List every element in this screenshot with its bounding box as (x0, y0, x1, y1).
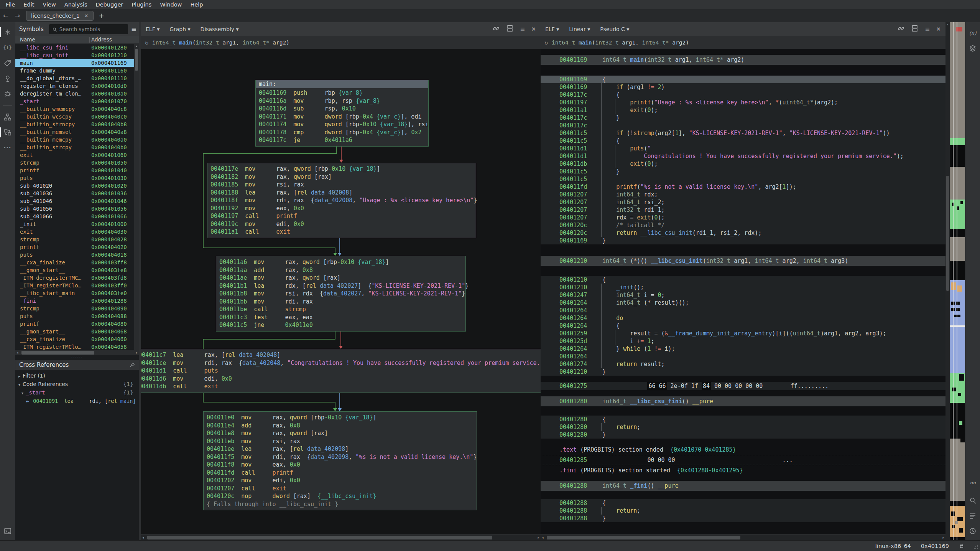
listing-row[interactable]: 0040117c } (541, 114, 945, 122)
disassembly-line[interactable]: 004011b1 lea rdx, [rel data_402027] {"KS… (216, 282, 465, 290)
listing-row[interactable]: 00401207 int64_t rsi_2; (541, 198, 945, 206)
split-view-icon[interactable] (911, 25, 919, 34)
console-icon[interactable] (2, 525, 14, 537)
find-icon[interactable] (967, 494, 979, 506)
disassembly-line[interactable]: 0040117e mov rax, qword [rbp-0x10 {var_1… (207, 165, 476, 173)
scrollbar-thumb[interactable] (547, 536, 740, 539)
pane-menu-icon[interactable]: ≡ (520, 25, 525, 33)
xref-reference-row[interactable]: ⇤00401091 lea rdi, [rel main] (15, 397, 139, 405)
disassembly-line[interactable]: 004011db call exit (141, 383, 541, 391)
listing-row[interactable]: 0040120c return __libc_csu_init(rdi_1, r… (541, 229, 945, 237)
linear-il-dropdown[interactable]: Pseudo C ▾ (600, 26, 629, 32)
debugger-icon[interactable] (2, 87, 14, 100)
symbol-row[interactable]: __cxa_finalize0x000404060 (15, 335, 134, 343)
section-note-row[interactable]: .text (PROGBITS) section ended {0x401070… (541, 445, 945, 455)
pseudo-c-listing[interactable]: 00401169int64_t main(int32_t arg1, int64… (541, 49, 945, 533)
disassembly-line[interactable]: 004011d1 call puts (141, 367, 541, 375)
symbols-options-icon[interactable]: ≡ (131, 25, 136, 33)
symbol-row[interactable]: __builtin_wmemcpy0x0004040c8 (15, 105, 134, 113)
disassembly-line[interactable]: 0040116d sub rsp, 0x10 (256, 105, 428, 113)
disassembly-line[interactable]: 00401185 mov rsi, rax (207, 181, 476, 189)
disassembly-line[interactable]: 004011d6 mov edi, 0x0 (141, 375, 541, 383)
history-icon[interactable] (967, 525, 979, 537)
disassembly-line[interactable]: 00401197 call printf (207, 212, 476, 220)
symbol-row[interactable]: __do_global_dtors_…0x000401110 (15, 74, 134, 82)
symbol-row[interactable]: puts0x000404088 (15, 312, 134, 320)
listing-row[interactable]: 00401264 int64_t (* result)(); (541, 299, 945, 307)
symbol-row[interactable]: _ITM_registerTMClo…0x000403ff0 (15, 282, 134, 289)
listing-row[interactable]: 00401288{ (541, 499, 945, 507)
scroll-left-icon[interactable]: ◂ (16, 351, 18, 355)
symbol-row[interactable]: __libc_start_main0x000403fe0 (15, 289, 134, 297)
listing-row[interactable]: 00401207 int32_t rdi_1; (541, 206, 945, 214)
types-icon[interactable]: {T} (2, 41, 14, 54)
disassembly-line[interactable]: 004011ae mov rax, qword [rax] (216, 274, 465, 282)
sync-icon[interactable]: ↻ (544, 39, 548, 46)
symbol-row[interactable]: exit0x000401060 (15, 151, 134, 159)
disassembly-line[interactable]: 004011c5 jne 0x4011e0 (216, 321, 465, 329)
disassembly-line[interactable]: 004011f8 mov eax, 0x0 (204, 461, 477, 469)
disassembly-line[interactable]: 00401174 mov qword [rbp-0x10 {var_18}], … (256, 120, 428, 129)
feature-map[interactable] (950, 22, 965, 540)
disassembly-line[interactable]: 004011eb mov rsi, rax (204, 437, 477, 445)
link-icon[interactable] (492, 25, 500, 34)
function-header-row[interactable]: 00401288int64_t _fini() __pure (541, 481, 945, 491)
tags-icon[interactable] (2, 57, 14, 69)
xref-group-start[interactable]: ▾_start{1} (15, 388, 139, 397)
menu-item-file[interactable]: File (2, 1, 19, 8)
listing-row[interactable]: 004011d1 puts(" (541, 145, 945, 152)
scroll-up-icon[interactable]: ▴ (134, 44, 139, 48)
disassembly-line[interactable]: 0040117c je 0x4011a6 (256, 136, 428, 144)
listing-row[interactable]: 0040117c { (541, 91, 945, 99)
graph-il-dropdown[interactable]: Disassembly ▾ (201, 26, 239, 32)
disassembly-line[interactable]: 004011be call strcmp (216, 305, 465, 313)
tab-close-icon[interactable]: ✕ (84, 13, 89, 19)
listing-row[interactable]: 00401207 rdx = exit(0); (541, 214, 945, 221)
menu-item-analysis[interactable]: Analysis (60, 1, 92, 8)
listing-row[interactable]: 0040125d i += 1; (541, 337, 945, 345)
scrollbar-thumb[interactable] (135, 49, 138, 71)
symbol-row[interactable]: sub_4010200x000401020 (15, 182, 134, 190)
scroll-left-icon[interactable]: ◂ (542, 536, 544, 539)
listing-row[interactable]: 00401210} (541, 368, 945, 376)
disassembly-line[interactable]: 004011f5 mov rdi, rax {data_402098, "%s … (204, 453, 477, 461)
linear-function-signature-bar[interactable]: ↻ int64_t main(int32_t arg1, int64_t* ar… (541, 36, 945, 49)
disassembly-line[interactable]: 004011a6 mov rax, qword [rbp-0x10 {var_1… (216, 258, 465, 266)
cross-references-icon[interactable] (2, 126, 14, 139)
graph-canvas[interactable]: main:00401169 push rbp {var_8}0040116a m… (141, 49, 541, 534)
symbols-horizontal-scrollbar[interactable]: ◂ ▸ (15, 350, 139, 355)
listing-row[interactable]: 00401274 return result; (541, 360, 945, 368)
listing-row[interactable]: 004011c5 if (!strcmp(arg2[1], "KS-LICENS… (541, 129, 945, 137)
scrollbar-thumb[interactable] (147, 536, 492, 539)
pin-icon[interactable] (129, 362, 135, 368)
menu-item-plugins[interactable]: Plugins (127, 1, 156, 8)
listing-row[interactable]: 00401264 { (541, 322, 945, 330)
disassembly-line[interactable]: 004011c7 lea rax, [rel data_402048] (141, 351, 541, 359)
xref-group-code-references[interactable]: ▾Code References{1} (15, 380, 139, 388)
graph-node-3[interactable]: 004011a6 mov rax, qword [rbp-0x10 {var_1… (216, 256, 466, 332)
symbol-row[interactable]: strcmp0x000404090 (15, 305, 134, 312)
symbol-row[interactable]: __libc_csu_fini0x000401280 (15, 44, 134, 51)
listing-row[interactable]: 00401247 int64_t i = 0; (541, 291, 945, 299)
scroll-right-icon[interactable]: ▸ (942, 536, 944, 539)
listing-row[interactable]: 00401280{ (541, 416, 945, 423)
listing-row[interactable]: 00401197 printf("Usage : %s <license key… (541, 99, 945, 106)
symbol-row[interactable]: __libc_csu_init0x000401210 (15, 51, 134, 59)
panel-splitter-handle[interactable]: ······ (15, 355, 139, 360)
scroll-left-icon[interactable]: ◂ (142, 536, 144, 539)
symbol-row[interactable]: __builtin_memset0x0004040a8 (15, 128, 134, 136)
back-button[interactable]: ← (0, 12, 12, 20)
function-header-row[interactable]: 00401210int64_t (*)() __libc_csu_init(in… (541, 256, 945, 266)
listing-row[interactable]: 004011db exit(0); (541, 160, 945, 168)
symbol-row[interactable]: __builtin_wcscpy0x0004040c0 (15, 113, 134, 120)
listing-row[interactable]: 004011d1 Congratulations ! You have succ… (541, 152, 945, 160)
listing-row[interactable]: 00401259 result = (&__frame_dummy_init_a… (541, 330, 945, 337)
disassembly-line[interactable]: 00401207 call exit (204, 485, 477, 493)
new-tab-button[interactable]: + (99, 12, 104, 20)
disassembly-line[interactable]: { Falls through into __libc_csu_init } (204, 500, 477, 508)
symbol-row[interactable]: _ITM_deregisterTMC…0x000403fd8 (15, 274, 134, 282)
symbols-icon[interactable] (2, 26, 14, 38)
symbol-row[interactable]: _init0x000401000 (15, 220, 134, 228)
disassembly-line[interactable]: 004011e0 mov rax, qword [rbp-0x10 {var_1… (204, 414, 477, 422)
search-input[interactable] (59, 26, 121, 32)
